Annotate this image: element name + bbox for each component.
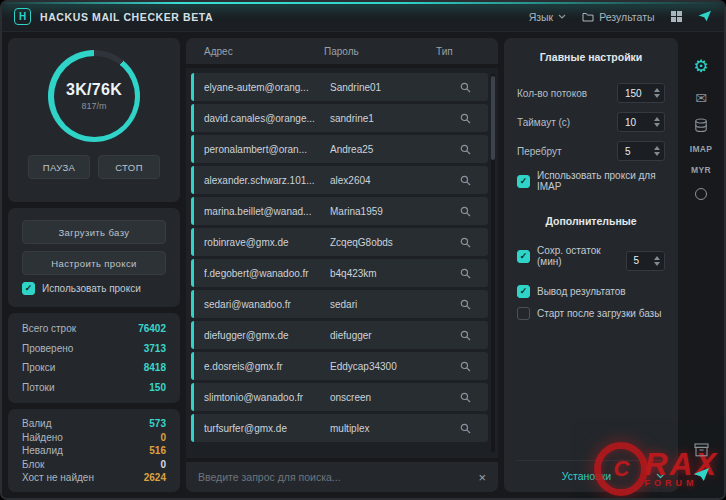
- row-search-icon[interactable]: [442, 82, 488, 93]
- row-address: david.canales@orange...: [204, 113, 330, 124]
- gear-icon[interactable]: ⚙: [693, 58, 708, 75]
- windows-icon[interactable]: [671, 11, 683, 23]
- installs-link[interactable]: Установки: [517, 470, 656, 482]
- row-search-icon[interactable]: [442, 144, 488, 155]
- column-password: Пароль: [324, 46, 436, 57]
- threads-spinner[interactable]: 150: [617, 83, 665, 103]
- language-menu[interactable]: Язык: [529, 11, 567, 23]
- load-base-button[interactable]: Загрузить базу: [22, 220, 166, 244]
- output-results-checkbox[interactable]: Вывод результатов: [517, 285, 665, 298]
- row-password: alex2604: [330, 175, 442, 186]
- table-body: elyane-autem@orang...Sandrine01david.can…: [186, 68, 498, 458]
- timeout-field: Таймаут (с) 10: [517, 112, 665, 132]
- row-password: Andrea25: [330, 144, 442, 155]
- row-address: diefugger@gmx.de: [204, 330, 330, 341]
- use-proxy-checkbox[interactable]: Использовать прокси: [22, 282, 166, 295]
- checkbox-box[interactable]: [517, 250, 530, 263]
- table-row[interactable]: robinrave@gmx.deZcqeqG8obds: [191, 228, 488, 256]
- progress-rate: 817/m: [81, 101, 106, 111]
- settings-footer: Установки: [517, 460, 665, 482]
- brute-field: Перебрут 5: [517, 141, 665, 161]
- checkbox-box[interactable]: [517, 175, 530, 188]
- row-search-icon[interactable]: [442, 268, 488, 279]
- table-row[interactable]: turfsurfer@gmx.demultiplex: [191, 414, 488, 442]
- row-address: e.dosreis@gmx.fr: [204, 361, 330, 372]
- row-password: diefugger: [330, 330, 442, 341]
- scrollbar-track[interactable]: [491, 74, 495, 452]
- row-password: sandrine1: [330, 113, 442, 124]
- brute-spinner[interactable]: 5: [617, 141, 665, 161]
- row-password: Eddycap34300: [330, 361, 442, 372]
- stat-row: Блок0: [22, 459, 166, 470]
- spinner-arrows[interactable]: [654, 256, 660, 266]
- titlebar: H HACKUS MAIL CHECKER BETA Язык Результа…: [2, 2, 724, 32]
- stat-row: Валид573: [22, 418, 166, 429]
- row-search-icon[interactable]: [442, 361, 488, 372]
- stats-card: Всего строк76402Проверено3713Прокси8418П…: [8, 313, 180, 403]
- row-search-icon[interactable]: [442, 206, 488, 217]
- save-rest-row: Сохр. остаток (мин) 5: [517, 245, 665, 276]
- imap-proxy-checkbox[interactable]: Использовать прокси для IMAP: [517, 170, 665, 192]
- additional-title: Дополнительные: [517, 215, 665, 227]
- table-panel: Адрес Пароль Тип elyane-autem@orang...Sa…: [186, 38, 498, 492]
- send-icon[interactable]: [698, 10, 712, 24]
- chevron-down-icon[interactable]: [656, 473, 665, 479]
- stat-row: Прокси8418: [22, 362, 166, 373]
- search-bar: ×: [186, 462, 498, 492]
- row-address: turfsurfer@gmx.de: [204, 423, 330, 434]
- timeout-spinner[interactable]: 10: [617, 112, 665, 132]
- row-search-icon[interactable]: [442, 330, 488, 341]
- save-rest-spinner[interactable]: 5: [626, 251, 665, 271]
- stat-row: Потоки150: [22, 382, 166, 393]
- search-input[interactable]: [198, 471, 470, 483]
- circle-icon[interactable]: [695, 188, 707, 200]
- column-address: Адрес: [204, 46, 324, 57]
- table-row[interactable]: peronalambert@oran...Andrea25: [191, 135, 488, 163]
- start-after-load-checkbox[interactable]: Старт после загрузки базы: [517, 307, 665, 320]
- table-row[interactable]: slimtonio@wanadoo.fronscreen: [191, 383, 488, 411]
- telegram-plane-icon[interactable]: [693, 467, 710, 482]
- threads-field: Кол-во потоков 150: [517, 83, 665, 103]
- table-row[interactable]: diefugger@gmx.dediefugger: [191, 321, 488, 349]
- table-row[interactable]: alexander.schwarz.101...alex2604: [191, 166, 488, 194]
- spinner-arrows[interactable]: [654, 117, 660, 127]
- table-row[interactable]: marina.beillet@wanad...Marina1959: [191, 197, 488, 225]
- spinner-arrows[interactable]: [654, 88, 660, 98]
- table-row[interactable]: sedari@wanadoo.frsedari: [191, 290, 488, 318]
- table-header: Адрес Пароль Тип: [186, 38, 498, 64]
- archive-box-icon[interactable]: [694, 443, 709, 457]
- results-folder-button[interactable]: Результаты: [582, 11, 654, 23]
- mail-icon[interactable]: ✉: [695, 91, 707, 105]
- row-search-icon[interactable]: [442, 237, 488, 248]
- database-icon[interactable]: [694, 118, 708, 133]
- row-search-icon[interactable]: [442, 113, 488, 124]
- pause-button[interactable]: ПАУЗА: [28, 155, 90, 179]
- table-row[interactable]: elyane-autem@orang...Sandrine01: [191, 73, 488, 101]
- row-search-icon[interactable]: [442, 392, 488, 403]
- chevron-down-icon: [558, 14, 566, 19]
- stop-button[interactable]: СТОП: [98, 155, 160, 179]
- clear-search-icon[interactable]: ×: [478, 471, 486, 484]
- scrollbar-thumb[interactable]: [491, 76, 495, 160]
- stat-row: Проверено3713: [22, 343, 166, 354]
- row-address: slimtonio@wanadoo.fr: [204, 392, 330, 403]
- checkbox-box[interactable]: [22, 282, 35, 295]
- spinner-arrows[interactable]: [654, 146, 660, 156]
- row-search-icon[interactable]: [442, 175, 488, 186]
- sidebar-item-myr[interactable]: MYR: [691, 165, 711, 175]
- results-label: Результаты: [599, 11, 654, 23]
- row-address: elyane-autem@orang...: [204, 82, 330, 93]
- settings-title: Главные настройки: [517, 51, 665, 63]
- table-row[interactable]: f.degobert@wanadoo.frb4q423km: [191, 259, 488, 287]
- table-row[interactable]: e.dosreis@gmx.frEddycap34300: [191, 352, 488, 380]
- row-search-icon[interactable]: [442, 299, 488, 310]
- save-rest-checkbox[interactable]: Сохр. остаток (мин): [517, 245, 626, 267]
- configure-proxy-button[interactable]: Настроить прокси: [22, 251, 166, 275]
- checkbox-box[interactable]: [517, 285, 530, 298]
- row-search-icon[interactable]: [442, 423, 488, 434]
- sidebar-item-imap[interactable]: IMAP: [690, 144, 712, 154]
- checkbox-box[interactable]: [517, 307, 530, 320]
- results-card: Валид573Найдено0Невалид516Блок0Хост не н…: [8, 409, 180, 492]
- table-row[interactable]: david.canales@orange...sandrine1: [191, 104, 488, 132]
- controls-card: Загрузить базу Настроить прокси Использо…: [8, 208, 180, 307]
